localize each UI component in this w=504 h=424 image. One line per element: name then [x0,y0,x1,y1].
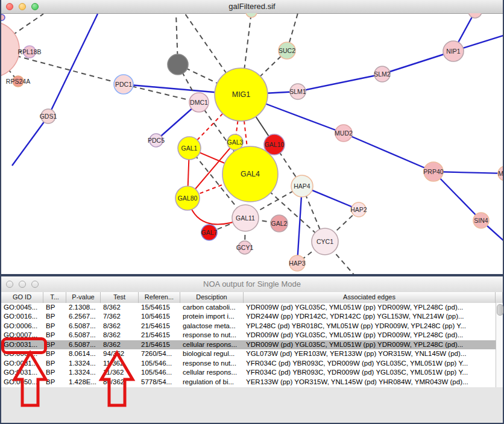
table-row[interactable]: GO:0045...BP2.1308...8/36215/54615carbon… [1,303,496,312]
node-GCY1[interactable]: GCY1 [236,241,254,254]
table-row[interactable]: GO:0031...BP1.3324...11/362105/546...res… [1,359,496,368]
table-row[interactable]: GO:0065...BP8.0614...94/3627260/54...bio… [1,349,496,358]
table-cell: 8.0614... [66,349,101,358]
table-row[interactable]: GO:0031...BP1.3324...11/362105/546...cel… [1,368,496,377]
table-cell: 15/54615 [139,303,180,312]
node-circle[interactable] [168,54,188,75]
table-cell: response to nut... [180,331,244,340]
node-GAL4[interactable]: GAL4 [222,146,278,202]
node-topgreen[interactable] [246,13,257,17]
table-cell: 8/362 [101,331,139,340]
table-cell: YDR244W (pp) YDR142C, YDR142C (pp) YGL15… [244,312,496,321]
table-cell: BP [43,340,66,349]
node-label: GAL3 [227,139,244,146]
node-GAL80[interactable]: GAL80 [175,186,200,210]
table-cell: biological regul... [180,349,244,358]
node-MUD2[interactable]: MUD2 [335,125,353,142]
window-title: galFiltered.sif [1,2,503,11]
node-MSN[interactable]: MSN [498,166,503,181]
node-PRP40[interactable]: PRP40 [423,162,443,181]
table-row[interactable]: GO:0016...BP6.2567...7/36210/54615protei… [1,312,496,321]
table-cell: 1.428E... [66,378,101,387]
node-label: CYC1 [317,238,333,245]
node-MIG1[interactable]: MIG1 [215,68,268,121]
node-circle[interactable] [1,14,5,20]
node-HAP3[interactable]: HAP3 [289,255,306,271]
table-cell: 21/54615 [139,340,180,349]
node-GAL7[interactable]: GAL7 [201,225,218,240]
noa-window: NOA output for Single Mode GO IDT...P-va… [0,275,504,424]
table-row[interactable]: GO:0007...BP6.5087...8/36221/54615respon… [1,331,496,340]
node-GDS1[interactable]: GDS1 [40,109,57,123]
edge-SLM1-SLM2[interactable] [298,74,382,92]
node-GAL1[interactable]: GAL1 [178,137,201,160]
node-RPS24A[interactable]: RPS24A [6,76,30,87]
node-label: SUC2 [279,47,295,54]
node-SLM2[interactable]: SLM2 [374,66,391,82]
table-cell: galactose meta... [180,322,244,331]
node-tltiny[interactable] [1,14,5,20]
node-circle[interactable] [1,22,19,77]
node-NIP1[interactable]: NIP1 [443,41,464,61]
node-HAP4[interactable]: HAP4 [291,175,313,197]
column-header[interactable]: GO ID [1,292,43,303]
node-DMC1[interactable]: DMC1 [189,93,209,112]
edge-SLM2-NIP1[interactable] [382,51,453,74]
edge-MUD2-PRP40[interactable] [344,133,433,172]
node-SIN4[interactable]: SIN4 [473,213,489,228]
table-cell: 6.5087... [66,340,101,349]
table-scrollbar[interactable] [496,303,503,387]
node-label: PRP40 [423,168,443,175]
network-window: galFiltered.sif RPL18BRPS24AGDS1PDC1DMC1… [0,0,504,275]
table-cell: protein import i... [180,312,244,321]
scrollbar-thumb[interactable] [497,304,503,316]
table-cell: 11/362 [101,359,139,368]
edge-PRP40-SIN4[interactable] [433,172,481,220]
node-RPL18B[interactable]: RPL18B [17,46,41,58]
node-HAP2[interactable]: HAP2 [350,202,367,217]
node-GAL2[interactable]: GAL2 [271,215,288,232]
edge-PRP40-MSN[interactable] [433,172,503,173]
node-label: GAL4 [241,170,260,178]
edge-GDS1-off[interactable] [12,116,48,166]
column-header[interactable]: Desciption [180,292,244,303]
column-header[interactable]: Associated edges [244,292,496,303]
table-cell: 5778/54... [139,378,180,387]
column-header[interactable]: Test [101,292,139,303]
header-corner [496,292,503,303]
table-row[interactable]: GO:0006...BP6.5087...8/36221/54615galact… [1,322,496,331]
node-graynode[interactable] [168,54,188,75]
table-cell: 105/546... [139,368,180,377]
table-row[interactable]: GO:0050...BP1.428E...80/3625778/54...reg… [1,378,496,387]
node-circle[interactable] [246,13,257,17]
noa-titlebar: NOA output for Single Mode [1,276,503,293]
node-SUC2[interactable]: SUC2 [279,42,295,59]
node-trpink[interactable] [468,13,482,18]
node-SLM1[interactable]: SLM1 [289,84,306,99]
column-header[interactable]: Referen... [139,292,180,303]
node-CYC1[interactable]: CYC1 [312,228,338,255]
node-label: SLM1 [289,88,306,95]
table-cell: 8/362 [101,303,139,312]
node-GAL11[interactable]: GAL11 [232,205,259,231]
column-header[interactable]: P-value [66,292,101,303]
node-label: RPS24A [6,78,30,85]
column-header[interactable]: T... [43,292,66,303]
noa-window-title: NOA output for Single Mode [1,279,503,288]
network-graph[interactable]: RPL18BRPS24AGDS1PDC1DMC1MIG1SUC2SLM1SLM2… [1,13,503,274]
table-cell: YFR034C (pd) YBR093C, YDR009W (pd) YGL03… [244,368,496,377]
table-row[interactable]: GO:0031...BP6.5087...8/36221/54615cellul… [1,340,496,349]
table-cell: 10/54615 [139,312,180,321]
node-circle[interactable] [468,13,482,18]
noa-table-header[interactable]: GO IDT...P-valueTestReferen...Desciption… [1,292,503,304]
table-cell: YDR009W (pd) YGL035C, YML051W (pp) YDR00… [244,303,496,312]
node-label: MIG1 [232,90,251,99]
table-cell: BP [43,331,66,340]
node-label: GAL1 [181,145,198,152]
edge-HAP4-HAP3[interactable] [297,186,302,263]
table-cell: BP [43,359,66,368]
table-cell: 94/362 [101,349,139,358]
edge-off-GDS1[interactable] [48,14,98,116]
node-bigleft[interactable] [1,22,19,77]
node-PDC1[interactable]: PDC1 [114,75,133,94]
